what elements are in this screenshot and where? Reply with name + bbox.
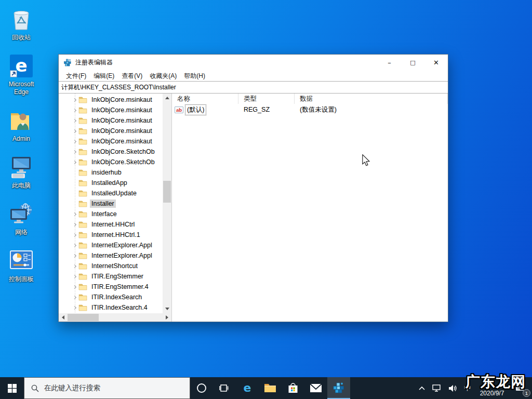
expand-chevron-icon[interactable]	[70, 244, 78, 247]
tree-item-inkobjcore.msinkaut[interactable]: InkObjCore.msinkaut	[59, 105, 163, 115]
vertical-scroll-thumb[interactable]	[163, 181, 171, 203]
tree-item-internetexplorer.appl[interactable]: InternetExplorer.Appl	[59, 240, 163, 250]
scroll-left-arrow[interactable]	[59, 313, 68, 322]
taskbar-store-button[interactable]	[282, 377, 304, 399]
control-panel-icon	[8, 248, 34, 274]
tree-item-inkobjcore.msinkaut[interactable]: InkObjCore.msinkaut	[59, 115, 163, 126]
expand-chevron-icon[interactable]	[70, 130, 78, 132]
menu-favorites[interactable]: 收藏夹(A)	[146, 71, 180, 82]
tree-item-internetshortcut[interactable]: InternetShortcut	[59, 261, 163, 271]
store-icon	[287, 382, 299, 394]
tree-item-internet.hhctrl.1[interactable]: Internet.HHCtrl.1	[59, 230, 163, 240]
watermark: 广东龙网	[466, 372, 526, 392]
taskbar-task-view-button[interactable]	[213, 377, 236, 399]
tree-item-inkobjcore.msinkaut[interactable]: InkObjCore.msinkaut	[59, 136, 163, 147]
desktop-icon-this-pc[interactable]: 此电脑	[1, 152, 42, 192]
tree-item-label: InstalledApp	[90, 179, 129, 187]
tree-horizontal-scrollbar[interactable]	[59, 313, 171, 322]
search-placeholder: 在此键入进行搜索	[44, 383, 100, 393]
folder-icon	[78, 96, 87, 103]
menu-view[interactable]: 查看(V)	[118, 71, 146, 82]
expand-chevron-icon[interactable]	[70, 265, 78, 268]
taskbar-search-box[interactable]: 在此键入进行搜索	[24, 377, 190, 399]
expand-chevron-icon[interactable]	[70, 151, 78, 153]
value-row[interactable]: ab(默认)REG_SZ(数值未设置)	[172, 104, 448, 115]
expand-chevron-icon[interactable]	[70, 99, 78, 101]
desktop-icon-network[interactable]: 网络	[1, 199, 42, 238]
tree-item-installer[interactable]: Installer	[59, 198, 163, 209]
column-header-data[interactable]: 数据	[295, 94, 448, 104]
minimize-button[interactable]: –	[378, 55, 401, 71]
close-button[interactable]: ✕	[424, 55, 448, 71]
tree-item-internet.hhctrl[interactable]: Internet.HHCtrl	[59, 219, 163, 230]
column-header-type[interactable]: 类型	[238, 94, 295, 104]
tree-item-installedupdate[interactable]: InstalledUpdate	[59, 188, 163, 198]
tree-item-interface[interactable]: Interface	[59, 209, 163, 219]
horizontal-scroll-thumb[interactable]	[68, 314, 99, 321]
tree-item-internetexplorer.appl[interactable]: InternetExplorer.Appl	[59, 250, 163, 261]
tree-item-label: ITIR.EngStemmer	[90, 272, 145, 281]
folder-icon	[78, 221, 87, 228]
edge-icon: e	[8, 53, 34, 79]
menu-edit[interactable]: 编辑(E)	[90, 71, 118, 82]
expand-chevron-icon[interactable]	[70, 234, 78, 236]
hidden-icons-chevron[interactable]	[418, 386, 425, 391]
volume-icon[interactable]	[448, 384, 457, 392]
maximize-button[interactable]: □	[401, 55, 424, 71]
tree-item-itir.indexsearch.4[interactable]: ITIR.IndexSearch.4	[59, 302, 163, 313]
value-name[interactable]: (默认)	[185, 105, 206, 115]
registry-tree-pane: InkObjCore.msinkautInkObjCore.msinkautIn…	[59, 94, 172, 322]
expand-chevron-icon[interactable]	[70, 286, 78, 288]
tree-vertical-scrollbar[interactable]	[163, 94, 171, 313]
menu-file[interactable]: 文件(F)	[62, 71, 90, 82]
expand-chevron-icon[interactable]	[70, 223, 78, 226]
desktop-icon-label: 此电脑	[12, 182, 31, 190]
menu-help[interactable]: 帮助(H)	[180, 71, 209, 82]
network-tray-icon[interactable]	[432, 384, 442, 392]
scroll-down-arrow[interactable]	[163, 304, 171, 313]
expand-chevron-icon[interactable]	[70, 119, 78, 122]
taskbar-registry-editor-button[interactable]	[327, 377, 350, 399]
column-header-name[interactable]: 名称	[172, 94, 238, 104]
taskbar-edge-button[interactable]: e	[236, 377, 259, 399]
taskbar-mail-button[interactable]	[304, 377, 327, 399]
folder-icon	[78, 231, 87, 238]
tree-item-label: InkObjCore.msinkaut	[90, 127, 154, 135]
expand-chevron-icon[interactable]	[70, 213, 78, 216]
expand-chevron-icon[interactable]	[70, 161, 78, 164]
tree-item-inkobjcore.msinkaut[interactable]: InkObjCore.msinkaut	[59, 126, 163, 136]
taskbar: 在此键入进行搜索 e	[0, 377, 532, 399]
expand-chevron-icon[interactable]	[70, 255, 78, 257]
desktop-icon-recycle-bin[interactable]: 回收站	[1, 4, 42, 44]
svg-text:e: e	[244, 381, 251, 394]
folder-icon	[78, 262, 87, 270]
tree-item-inkobjcore.sketchob[interactable]: InkObjCore.SketchOb	[59, 147, 163, 157]
tree-item-insiderhub[interactable]: insiderhub	[59, 167, 163, 178]
tree-item-itir.indexsearch[interactable]: ITIR.IndexSearch	[59, 292, 163, 302]
taskbar-cortana-button[interactable]	[190, 377, 213, 399]
expand-chevron-icon[interactable]	[70, 140, 78, 143]
expand-chevron-icon[interactable]	[70, 109, 78, 112]
start-button[interactable]	[0, 377, 24, 399]
address-bar[interactable]: 计算机\HKEY_CLASSES_ROOT\Installer	[59, 81, 448, 94]
folder-icon	[78, 138, 87, 145]
tree-item-inkobjcore.msinkaut[interactable]: InkObjCore.msinkaut	[59, 95, 163, 105]
expand-chevron-icon[interactable]	[70, 275, 78, 278]
desktop-icon-microsoft-edge[interactable]: e Microsoft Edge	[1, 51, 42, 98]
desktop-icon-label: 网络	[15, 229, 28, 236]
tree-item-itir.engstemmer[interactable]: ITIR.EngStemmer	[59, 271, 163, 282]
scroll-right-arrow[interactable]	[163, 313, 171, 322]
chevron-up-icon	[418, 386, 425, 391]
tree-item-inkobjcore.sketchob[interactable]: InkObjCore.SketchOb	[59, 157, 163, 167]
folder-icon	[78, 273, 87, 280]
expand-chevron-icon[interactable]	[70, 307, 78, 309]
desktop-icon-control-panel[interactable]: 控制面板	[1, 246, 42, 285]
tree-item-installedapp[interactable]: InstalledApp	[59, 178, 163, 188]
expand-chevron-icon[interactable]	[70, 296, 78, 299]
taskbar-file-explorer-button[interactable]	[259, 377, 282, 399]
window-titlebar[interactable]: 注册表编辑器 – □ ✕	[59, 55, 448, 71]
folder-icon	[78, 294, 87, 301]
scroll-up-arrow[interactable]	[163, 94, 171, 102]
tree-item-itir.engstemmer.4[interactable]: ITIR.EngStemmer.4	[59, 282, 163, 292]
desktop-icon-admin[interactable]: Admin	[1, 105, 42, 145]
